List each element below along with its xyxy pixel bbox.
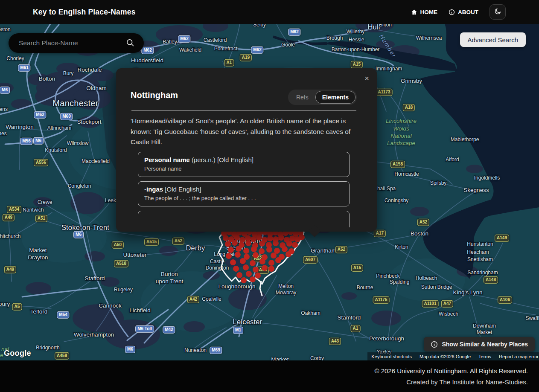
place-marker-dot[interactable] bbox=[278, 235, 284, 241]
element-card: -ingas [Old English]The people of . . . … bbox=[138, 181, 350, 206]
nav-about-label: ABOUT bbox=[458, 9, 478, 15]
place-marker-dot[interactable] bbox=[259, 248, 265, 254]
app-title: Key to English Place-Names bbox=[33, 8, 136, 17]
attribution-item[interactable]: Report a map error bbox=[495, 354, 539, 359]
place-marker-dot[interactable] bbox=[286, 251, 291, 257]
place-marker-dot[interactable] bbox=[268, 260, 274, 266]
place-marker-dot[interactable] bbox=[235, 252, 241, 258]
place-marker-dot[interactable] bbox=[223, 235, 229, 241]
google-logo: Google bbox=[4, 349, 31, 358]
place-marker-dot[interactable] bbox=[251, 236, 256, 242]
search-input[interactable] bbox=[9, 39, 122, 47]
nav-about[interactable]: ABOUT bbox=[449, 9, 478, 15]
attribution-item[interactable]: Keyboard shortcuts bbox=[367, 354, 416, 359]
element-card: Personal name (pers.n.) [Old English]Per… bbox=[138, 152, 350, 177]
page-footer: © 2026 University of Nottingham. All Rig… bbox=[0, 360, 539, 392]
place-marker-dot[interactable] bbox=[266, 247, 272, 253]
place-marker-dot[interactable] bbox=[245, 240, 251, 246]
place-marker-dot[interactable] bbox=[275, 257, 281, 263]
place-marker-dot[interactable] bbox=[241, 277, 247, 283]
info-icon bbox=[449, 9, 455, 15]
attribution-item[interactable]: Terms bbox=[475, 354, 495, 359]
search-icon bbox=[126, 38, 134, 48]
place-description: 'Homestead/village of Snot's people'. An… bbox=[131, 116, 358, 148]
element-card-list: Personal name (pers.n.) [Old English]Per… bbox=[138, 152, 350, 227]
place-marker-dot[interactable] bbox=[250, 260, 256, 266]
modal-tab-group: RefsElements bbox=[288, 90, 357, 105]
place-marker-dot[interactable] bbox=[246, 271, 252, 277]
place-marker-dot[interactable] bbox=[255, 273, 261, 279]
place-marker-dot[interactable] bbox=[271, 253, 277, 258]
nav-home-label: HOME bbox=[420, 9, 438, 15]
place-marker-dot[interactable] bbox=[267, 235, 273, 241]
place-marker-dot[interactable] bbox=[259, 258, 265, 264]
place-marker-dot[interactable] bbox=[289, 235, 295, 241]
place-marker-dot[interactable] bbox=[262, 265, 268, 271]
place-marker-dot[interactable] bbox=[226, 253, 232, 259]
place-marker-dot[interactable] bbox=[253, 267, 259, 273]
place-marker-dot[interactable] bbox=[228, 247, 234, 253]
tab-refs[interactable]: Refs bbox=[289, 91, 315, 104]
advanced-search-button[interactable]: Advanced Search bbox=[460, 32, 526, 47]
element-card-partial bbox=[138, 211, 350, 227]
app-header: Key to English Place-Names HOME ABOUT bbox=[0, 0, 539, 24]
place-marker-dot[interactable] bbox=[251, 246, 257, 252]
place-marker-dot[interactable] bbox=[286, 241, 292, 247]
place-marker-dot[interactable] bbox=[259, 241, 265, 247]
attribution-item[interactable]: Map data ©2026 Google bbox=[416, 354, 475, 359]
place-marker-dot[interactable] bbox=[230, 259, 236, 265]
place-marker-dot[interactable] bbox=[243, 248, 249, 254]
place-marker-dot[interactable] bbox=[273, 240, 279, 246]
search-button[interactable] bbox=[122, 38, 144, 48]
place-marker-dot[interactable] bbox=[239, 237, 245, 243]
main-nav: HOME ABOUT bbox=[411, 4, 506, 20]
place-marker-dot[interactable] bbox=[299, 234, 305, 240]
modal-divider bbox=[131, 110, 356, 110]
place-marker-dot[interactable] bbox=[232, 240, 238, 246]
place-marker-dot[interactable] bbox=[236, 246, 242, 252]
place-detail-modal: × Nottingham RefsElements 'Homestead/vil… bbox=[116, 68, 377, 232]
place-marker-dot[interactable] bbox=[282, 246, 288, 252]
nav-home[interactable]: HOME bbox=[411, 9, 438, 15]
search-bar bbox=[9, 33, 144, 53]
place-marker-dot[interactable] bbox=[243, 264, 249, 270]
place-marker-dot[interactable] bbox=[292, 242, 298, 248]
place-marker-dot[interactable] bbox=[240, 258, 246, 264]
place-marker-dot[interactable] bbox=[268, 266, 274, 272]
show-nearby-label: Show Similar & Nearby Places bbox=[442, 341, 528, 348]
tab-elements[interactable]: Elements bbox=[315, 91, 355, 104]
place-marker-dot[interactable] bbox=[234, 235, 240, 241]
theme-toggle-button[interactable] bbox=[489, 4, 506, 20]
place-marker-dot[interactable] bbox=[225, 241, 231, 247]
app-root: Key to English Place-Names HOME ABOUT bbox=[0, 0, 539, 392]
close-icon[interactable]: × bbox=[363, 73, 371, 84]
place-marker-dot[interactable] bbox=[256, 235, 262, 241]
place-marker-dot[interactable] bbox=[250, 276, 256, 282]
place-marker-dot[interactable] bbox=[236, 272, 242, 278]
place-marker-dot[interactable] bbox=[233, 266, 239, 272]
place-name-title: Nottingham bbox=[131, 90, 178, 100]
place-marker-dot[interactable] bbox=[245, 235, 251, 241]
copyright-text: © 2026 University of Nottingham. All Rig… bbox=[374, 367, 528, 375]
moon-icon bbox=[494, 8, 501, 16]
home-icon bbox=[411, 9, 417, 15]
info-circle-icon bbox=[431, 341, 438, 348]
map-attribution-bar: Keyboard shortcutsMap data ©2026 GoogleT… bbox=[367, 352, 539, 360]
place-marker-dot[interactable] bbox=[253, 252, 259, 258]
credit-text: Created by The Institute for Name-Studie… bbox=[406, 378, 528, 386]
show-nearby-button[interactable]: Show Similar & Nearby Places bbox=[424, 337, 535, 351]
